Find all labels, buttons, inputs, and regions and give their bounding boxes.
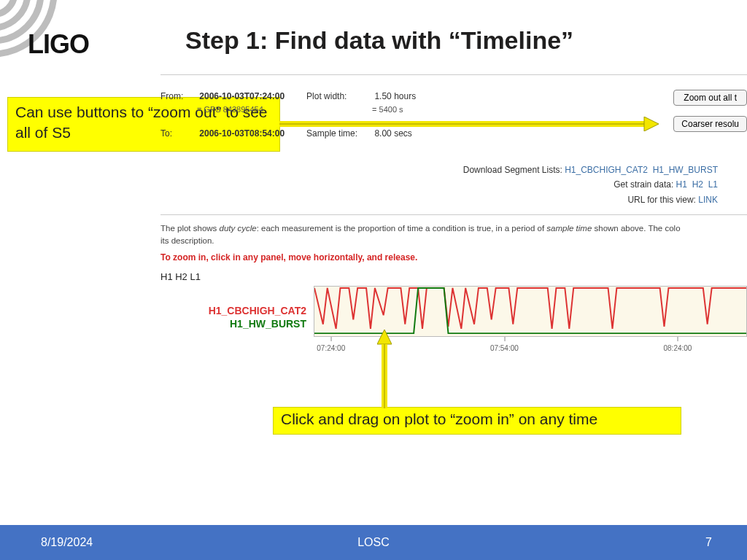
arrow-right-icon: [279, 117, 659, 131]
plotwidth-label: Plot width:: [306, 90, 372, 104]
from-value: 2006-10-03T07:24:00: [199, 91, 285, 101]
xtick-2: 08:24:00: [663, 344, 692, 352]
strain-data-label: Get strain data:: [614, 179, 673, 190]
logo-text: LIGO: [28, 29, 89, 60]
channel-label-hwburst: H1_HW_BURST: [160, 318, 306, 331]
plotwidth-value: 1.50 hours: [374, 91, 416, 101]
detector-labels: H1 H2 L1: [160, 271, 747, 282]
footer-page-number: 7: [705, 536, 712, 549]
from-gps: = GPS 843895454: [197, 104, 285, 117]
segment-link-hwburst[interactable]: H1_HW_BURST: [653, 165, 718, 175]
logo-area: LIGO: [0, 0, 146, 73]
coarser-resolution-button[interactable]: Coarser resolu: [673, 116, 747, 132]
footer-date: 8/19/2024: [41, 536, 93, 549]
arrow-up-icon: [377, 330, 392, 408]
segment-link-cbchigh[interactable]: H1_CBCHIGH_CAT2: [565, 165, 648, 175]
svg-point-0: [0, 0, 15, 15]
slide-footer: 8/19/2024 LOSC 7: [0, 525, 747, 560]
segment-lists-label: Download Segment Lists:: [463, 165, 562, 175]
plot-description: The plot shows duty cycle: each measurem…: [160, 222, 747, 248]
to-value: 2006-10-03T08:54:00: [199, 128, 285, 139]
strain-link-l1[interactable]: L1: [708, 179, 718, 190]
xtick-1: 07:54:00: [490, 344, 519, 352]
svg-marker-6: [644, 117, 659, 131]
url-view-link[interactable]: LINK: [698, 195, 718, 205]
divider: [160, 214, 747, 215]
from-label: From:: [160, 90, 197, 104]
divider: [160, 74, 747, 75]
zoom-out-all-button[interactable]: Zoom out all t: [673, 90, 747, 106]
italic-sample-time: sample time: [546, 224, 592, 233]
strain-link-h1[interactable]: H1: [676, 179, 687, 190]
url-view-label: URL for this view:: [627, 195, 696, 205]
download-block: Download Segment Lists: H1_CBCHIGH_CAT2 …: [160, 163, 747, 207]
page-title: Step 1: Find data with “Timeline”: [185, 26, 573, 55]
plotwidth-sub: = 5400 s: [372, 104, 416, 117]
zoom-buttons-col: Zoom out all t Coarser resolu: [673, 90, 747, 141]
svg-marker-7: [377, 330, 392, 344]
desc-suffix: its description.: [160, 236, 214, 245]
italic-duty-cycle: duty cycle: [220, 224, 257, 233]
xtick-0: 07:24:00: [317, 344, 345, 352]
callout-zoom-in: Click and drag on plot to “zoom in” on a…: [273, 407, 681, 435]
to-label: To:: [160, 127, 197, 141]
channel-labels: H1_CBCHIGH_CAT2 H1_HW_BURST: [160, 305, 306, 330]
zoom-instructions: To zoom in, click in any panel, move hor…: [160, 252, 747, 262]
channel-label-cbchigh: H1_CBCHIGH_CAT2: [160, 305, 306, 318]
width-sample-col: Plot width: 1.50 hours = 5400 s Sample t…: [306, 90, 416, 141]
info-row: From: 2006-10-03T07:24:00 = GPS 84389545…: [160, 90, 747, 141]
strain-link-h2[interactable]: H2: [692, 179, 703, 190]
from-to-col: From: 2006-10-03T07:24:00 = GPS 84389545…: [160, 90, 285, 141]
footer-title: LOSC: [357, 536, 390, 549]
